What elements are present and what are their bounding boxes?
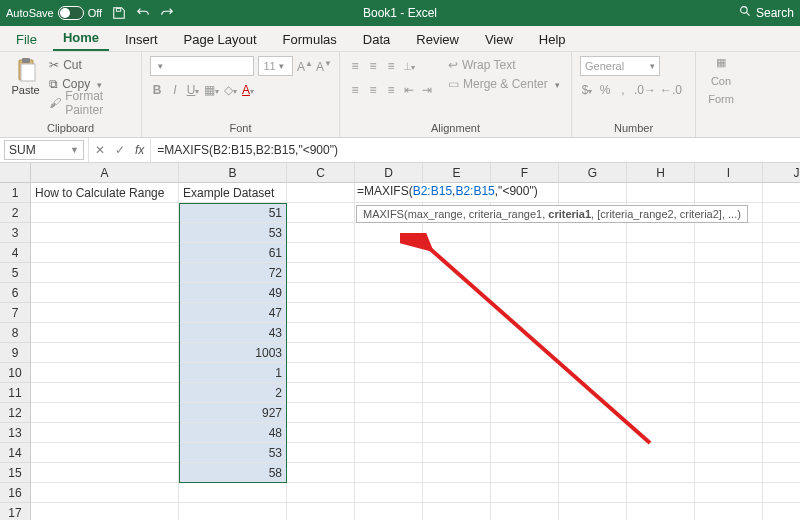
italic-button[interactable]: I — [168, 83, 182, 97]
wrap-text-button[interactable]: ↩Wrap Text — [448, 56, 560, 73]
cell-E6[interactable] — [423, 283, 491, 303]
increase-decimal-button[interactable]: .0→ — [634, 83, 656, 97]
cell-C17[interactable] — [287, 503, 355, 520]
cell-C16[interactable] — [287, 483, 355, 503]
cell-H16[interactable] — [627, 483, 695, 503]
cell-E4[interactable] — [423, 243, 491, 263]
cell-J5[interactable] — [763, 263, 800, 283]
row-header-9[interactable]: 9 — [0, 343, 31, 363]
row-header-15[interactable]: 15 — [0, 463, 31, 483]
cell-B16[interactable] — [179, 483, 287, 503]
cell-E13[interactable] — [423, 423, 491, 443]
cell-B12[interactable]: 927 — [179, 403, 287, 423]
cell-C12[interactable] — [287, 403, 355, 423]
cell-J11[interactable] — [763, 383, 800, 403]
cell-B1[interactable]: Example Dataset — [179, 183, 287, 203]
cell-H12[interactable] — [627, 403, 695, 423]
cell-I16[interactable] — [695, 483, 763, 503]
cell-J13[interactable] — [763, 423, 800, 443]
cell-E8[interactable] — [423, 323, 491, 343]
row-header-14[interactable]: 14 — [0, 443, 31, 463]
toggle-off-icon[interactable] — [58, 6, 84, 20]
cell-H14[interactable] — [627, 443, 695, 463]
cell-G15[interactable] — [559, 463, 627, 483]
cell-I1[interactable] — [695, 183, 763, 203]
cell-E10[interactable] — [423, 363, 491, 383]
cell-F6[interactable] — [491, 283, 559, 303]
cell-E7[interactable] — [423, 303, 491, 323]
cell-B17[interactable] — [179, 503, 287, 520]
conditional-formatting-icon[interactable]: ▦ — [716, 56, 726, 69]
cell-F7[interactable] — [491, 303, 559, 323]
cell-J15[interactable] — [763, 463, 800, 483]
cell-F5[interactable] — [491, 263, 559, 283]
currency-button[interactable]: $▾ — [580, 83, 594, 97]
undo-icon[interactable] — [136, 6, 150, 20]
cell-I8[interactable] — [695, 323, 763, 343]
search-box[interactable]: Search — [739, 5, 794, 21]
cell-A10[interactable] — [31, 363, 179, 383]
redo-icon[interactable] — [160, 6, 174, 20]
cell-E11[interactable] — [423, 383, 491, 403]
bold-button[interactable]: B — [150, 83, 164, 97]
cell-F13[interactable] — [491, 423, 559, 443]
cell-D17[interactable] — [355, 503, 423, 520]
cell-D12[interactable] — [355, 403, 423, 423]
cell-D8[interactable] — [355, 323, 423, 343]
cell-D10[interactable] — [355, 363, 423, 383]
cell-I10[interactable] — [695, 363, 763, 383]
border-button[interactable]: ▦▾ — [204, 83, 219, 97]
cell-A6[interactable] — [31, 283, 179, 303]
tab-review[interactable]: Review — [406, 28, 469, 51]
decrease-decimal-button[interactable]: ←.0 — [660, 83, 682, 97]
cell-G16[interactable] — [559, 483, 627, 503]
select-all-corner[interactable] — [0, 163, 31, 183]
cell-C5[interactable] — [287, 263, 355, 283]
row-header-8[interactable]: 8 — [0, 323, 31, 343]
align-center-icon[interactable]: ≡ — [366, 83, 380, 97]
cell-J2[interactable] — [763, 203, 800, 223]
cell-A12[interactable] — [31, 403, 179, 423]
tab-formulas[interactable]: Formulas — [273, 28, 347, 51]
row-header-13[interactable]: 13 — [0, 423, 31, 443]
cell-E16[interactable] — [423, 483, 491, 503]
cell-I4[interactable] — [695, 243, 763, 263]
fx-icon[interactable]: fx — [135, 143, 144, 157]
cell-C6[interactable] — [287, 283, 355, 303]
align-top-icon[interactable]: ≡ — [348, 59, 362, 73]
cell-I7[interactable] — [695, 303, 763, 323]
cell-E15[interactable] — [423, 463, 491, 483]
cell-H13[interactable] — [627, 423, 695, 443]
cell-J16[interactable] — [763, 483, 800, 503]
chevron-down-icon[interactable]: ▼ — [70, 145, 79, 155]
cell-C4[interactable] — [287, 243, 355, 263]
row-header-6[interactable]: 6 — [0, 283, 31, 303]
decrease-font-icon[interactable]: A▼ — [316, 59, 331, 74]
cell-A1[interactable]: How to Calculate Range — [31, 183, 179, 203]
cell-D7[interactable] — [355, 303, 423, 323]
cell-B2[interactable]: 51 — [179, 203, 287, 223]
orientation-icon[interactable]: ⟂▾ — [402, 59, 416, 73]
align-bottom-icon[interactable]: ≡ — [384, 59, 398, 73]
cell-B7[interactable]: 47 — [179, 303, 287, 323]
name-box[interactable]: SUM ▼ — [4, 140, 84, 160]
cell-H15[interactable] — [627, 463, 695, 483]
cell-A5[interactable] — [31, 263, 179, 283]
percent-button[interactable]: % — [598, 83, 612, 97]
cell-G3[interactable] — [559, 223, 627, 243]
tab-page-layout[interactable]: Page Layout — [174, 28, 267, 51]
cell-I11[interactable] — [695, 383, 763, 403]
align-right-icon[interactable]: ≡ — [384, 83, 398, 97]
cell-J4[interactable] — [763, 243, 800, 263]
cell-A2[interactable] — [31, 203, 179, 223]
cell-H9[interactable] — [627, 343, 695, 363]
cell-B4[interactable]: 61 — [179, 243, 287, 263]
cell-G5[interactable] — [559, 263, 627, 283]
cell-E14[interactable] — [423, 443, 491, 463]
column-header-G[interactable]: G — [559, 163, 627, 183]
cell-I3[interactable] — [695, 223, 763, 243]
cell-J1[interactable] — [763, 183, 800, 203]
number-format-select[interactable]: General — [580, 56, 660, 76]
cell-H6[interactable] — [627, 283, 695, 303]
column-header-H[interactable]: H — [627, 163, 695, 183]
